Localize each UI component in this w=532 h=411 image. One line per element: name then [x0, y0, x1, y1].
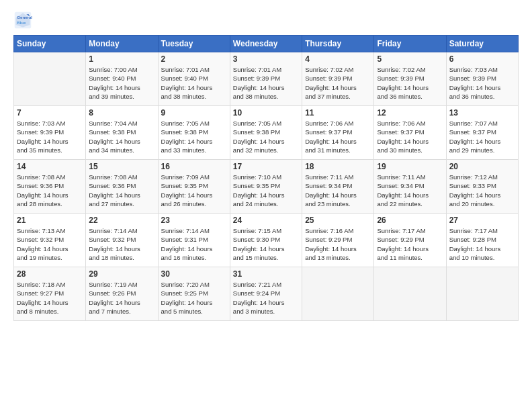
calendar-cell: [302, 267, 374, 321]
day-number: 20: [449, 162, 515, 171]
calendar-cell: 5Sunrise: 7:02 AM Sunset: 9:39 PM Daylig…: [374, 52, 446, 106]
day-info: Sunrise: 7:11 AM Sunset: 9:34 PM Dayligh…: [305, 173, 371, 208]
day-number: 10: [233, 108, 299, 118]
logo-icon: General Blue: [13, 11, 32, 30]
calendar-cell: 11Sunrise: 7:06 AM Sunset: 9:37 PM Dayli…: [302, 106, 374, 160]
day-number: 31: [233, 269, 299, 279]
calendar-cell: 31Sunrise: 7:21 AM Sunset: 9:24 PM Dayli…: [230, 267, 302, 321]
week-row-5: 28Sunrise: 7:18 AM Sunset: 9:27 PM Dayli…: [14, 267, 519, 321]
calendar-cell: 8Sunrise: 7:04 AM Sunset: 9:38 PM Daylig…: [86, 106, 158, 160]
day-info: Sunrise: 7:10 AM Sunset: 9:35 PM Dayligh…: [233, 173, 299, 208]
week-row-2: 7Sunrise: 7:03 AM Sunset: 9:39 PM Daylig…: [14, 106, 519, 160]
calendar-cell: 1Sunrise: 7:00 AM Sunset: 9:40 PM Daylig…: [86, 52, 158, 106]
day-number: 2: [161, 54, 227, 64]
day-number: 17: [233, 162, 299, 171]
header: General Blue: [13, 11, 519, 30]
day-info: Sunrise: 7:03 AM Sunset: 9:39 PM Dayligh…: [17, 119, 83, 154]
calendar-body: 1Sunrise: 7:00 AM Sunset: 9:40 PM Daylig…: [14, 52, 519, 321]
calendar-cell: 30Sunrise: 7:20 AM Sunset: 9:25 PM Dayli…: [158, 267, 230, 321]
day-number: 19: [377, 162, 443, 171]
calendar-header: SundayMondayTuesdayWednesdayThursdayFrid…: [14, 36, 519, 52]
day-number: 18: [305, 162, 371, 171]
day-number: 24: [233, 216, 299, 225]
day-info: Sunrise: 7:07 AM Sunset: 9:37 PM Dayligh…: [449, 119, 515, 154]
calendar-cell: 7Sunrise: 7:03 AM Sunset: 9:39 PM Daylig…: [14, 106, 86, 160]
day-info: Sunrise: 7:13 AM Sunset: 9:32 PM Dayligh…: [17, 226, 83, 262]
day-info: Sunrise: 7:05 AM Sunset: 9:38 PM Dayligh…: [161, 119, 227, 154]
week-row-3: 14Sunrise: 7:08 AM Sunset: 9:36 PM Dayli…: [14, 160, 519, 214]
header-cell-friday: Friday: [374, 36, 446, 52]
calendar-cell: 16Sunrise: 7:09 AM Sunset: 9:35 PM Dayli…: [158, 160, 230, 214]
week-row-4: 21Sunrise: 7:13 AM Sunset: 9:32 PM Dayli…: [14, 214, 519, 267]
calendar-cell: 18Sunrise: 7:11 AM Sunset: 9:34 PM Dayli…: [302, 160, 374, 214]
header-cell-thursday: Thursday: [302, 36, 374, 52]
header-cell-saturday: Saturday: [446, 36, 518, 52]
day-info: Sunrise: 7:14 AM Sunset: 9:32 PM Dayligh…: [89, 226, 154, 262]
calendar-cell: 14Sunrise: 7:08 AM Sunset: 9:36 PM Dayli…: [14, 160, 86, 214]
header-cell-monday: Monday: [86, 36, 158, 52]
calendar-cell: 12Sunrise: 7:06 AM Sunset: 9:37 PM Dayli…: [374, 106, 446, 160]
day-number: 3: [233, 54, 299, 64]
day-info: Sunrise: 7:06 AM Sunset: 9:37 PM Dayligh…: [305, 119, 371, 154]
day-number: 21: [17, 216, 83, 225]
calendar-cell: 24Sunrise: 7:15 AM Sunset: 9:30 PM Dayli…: [230, 214, 302, 267]
calendar-cell: [14, 52, 86, 106]
week-row-1: 1Sunrise: 7:00 AM Sunset: 9:40 PM Daylig…: [14, 52, 519, 106]
svg-text:Blue: Blue: [17, 20, 26, 25]
day-number: 16: [161, 162, 227, 171]
calendar-cell: 17Sunrise: 7:10 AM Sunset: 9:35 PM Dayli…: [230, 160, 302, 214]
day-number: 7: [17, 108, 83, 118]
calendar-cell: 25Sunrise: 7:16 AM Sunset: 9:29 PM Dayli…: [302, 214, 374, 267]
day-info: Sunrise: 7:11 AM Sunset: 9:34 PM Dayligh…: [377, 173, 443, 208]
calendar-cell: 26Sunrise: 7:17 AM Sunset: 9:29 PM Dayli…: [374, 214, 446, 267]
calendar-cell: 20Sunrise: 7:12 AM Sunset: 9:33 PM Dayli…: [446, 160, 518, 214]
day-number: 22: [89, 216, 154, 225]
calendar-cell: 9Sunrise: 7:05 AM Sunset: 9:38 PM Daylig…: [158, 106, 230, 160]
day-number: 30: [161, 269, 227, 279]
day-number: 11: [305, 108, 371, 118]
calendar-cell: 27Sunrise: 7:17 AM Sunset: 9:28 PM Dayli…: [446, 214, 518, 267]
calendar-cell: 13Sunrise: 7:07 AM Sunset: 9:37 PM Dayli…: [446, 106, 518, 160]
day-number: 26: [377, 216, 443, 225]
day-info: Sunrise: 7:16 AM Sunset: 9:29 PM Dayligh…: [305, 226, 371, 262]
day-info: Sunrise: 7:09 AM Sunset: 9:35 PM Dayligh…: [161, 173, 227, 208]
day-number: 1: [89, 54, 154, 64]
header-row: SundayMondayTuesdayWednesdayThursdayFrid…: [14, 36, 519, 52]
day-info: Sunrise: 7:02 AM Sunset: 9:39 PM Dayligh…: [377, 65, 443, 101]
day-number: 4: [305, 54, 371, 64]
logo: General Blue: [13, 11, 35, 30]
day-info: Sunrise: 7:17 AM Sunset: 9:28 PM Dayligh…: [449, 226, 515, 262]
day-info: Sunrise: 7:19 AM Sunset: 9:26 PM Dayligh…: [89, 280, 154, 316]
calendar-table: SundayMondayTuesdayWednesdayThursdayFrid…: [13, 35, 519, 321]
header-cell-sunday: Sunday: [14, 36, 86, 52]
calendar-cell: [446, 267, 518, 321]
day-number: 5: [377, 54, 443, 64]
day-info: Sunrise: 7:00 AM Sunset: 9:40 PM Dayligh…: [89, 65, 154, 101]
day-info: Sunrise: 7:12 AM Sunset: 9:33 PM Dayligh…: [449, 173, 515, 208]
calendar-cell: 15Sunrise: 7:08 AM Sunset: 9:36 PM Dayli…: [86, 160, 158, 214]
day-info: Sunrise: 7:21 AM Sunset: 9:24 PM Dayligh…: [233, 280, 299, 316]
calendar-cell: 21Sunrise: 7:13 AM Sunset: 9:32 PM Dayli…: [14, 214, 86, 267]
calendar-cell: [374, 267, 446, 321]
calendar-cell: 23Sunrise: 7:14 AM Sunset: 9:31 PM Dayli…: [158, 214, 230, 267]
svg-text:General: General: [17, 15, 32, 19]
header-cell-tuesday: Tuesday: [158, 36, 230, 52]
calendar-cell: 22Sunrise: 7:14 AM Sunset: 9:32 PM Dayli…: [86, 214, 158, 267]
day-info: Sunrise: 7:08 AM Sunset: 9:36 PM Dayligh…: [17, 173, 83, 208]
day-number: 23: [161, 216, 227, 225]
day-info: Sunrise: 7:20 AM Sunset: 9:25 PM Dayligh…: [161, 280, 227, 316]
day-number: 25: [305, 216, 371, 225]
day-info: Sunrise: 7:01 AM Sunset: 9:40 PM Dayligh…: [161, 65, 227, 101]
day-number: 9: [161, 108, 227, 118]
calendar-cell: 19Sunrise: 7:11 AM Sunset: 9:34 PM Dayli…: [374, 160, 446, 214]
day-info: Sunrise: 7:14 AM Sunset: 9:31 PM Dayligh…: [161, 226, 227, 262]
day-number: 14: [17, 162, 83, 171]
day-info: Sunrise: 7:18 AM Sunset: 9:27 PM Dayligh…: [17, 280, 83, 316]
header-cell-wednesday: Wednesday: [230, 36, 302, 52]
calendar-cell: 10Sunrise: 7:05 AM Sunset: 9:38 PM Dayli…: [230, 106, 302, 160]
day-info: Sunrise: 7:01 AM Sunset: 9:39 PM Dayligh…: [233, 65, 299, 101]
calendar-cell: 2Sunrise: 7:01 AM Sunset: 9:40 PM Daylig…: [158, 52, 230, 106]
day-number: 15: [89, 162, 154, 171]
day-number: 8: [89, 108, 154, 118]
calendar-cell: 28Sunrise: 7:18 AM Sunset: 9:27 PM Dayli…: [14, 267, 86, 321]
